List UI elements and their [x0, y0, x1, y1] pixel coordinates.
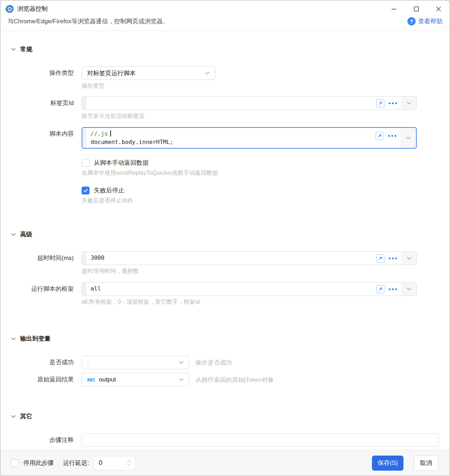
section-title: 常规: [20, 45, 32, 53]
action-type-value: 对标签页运行脚本: [87, 69, 205, 77]
result-var-select[interactable]: ABC output: [82, 373, 189, 386]
chevron-down-icon: [11, 233, 16, 236]
frame-input[interactable]: all: [82, 282, 417, 296]
action-type-hint: 操作类型: [82, 82, 215, 90]
timeout-input[interactable]: 3000: [82, 251, 417, 265]
external-link-icon[interactable]: [376, 285, 384, 293]
delay-stepper[interactable]: [93, 456, 136, 470]
dialog-subheader: 与Chrome/Edge/Firefox等浏览器通信，控制网页或浏览器。 ? 查…: [0, 17, 450, 31]
stop-on-fail-hint: 失败后是否停止动作: [82, 197, 133, 205]
script-content-editor[interactable]: //.js document.body.innerHTML;: [82, 127, 417, 149]
disable-step-checkbox[interactable]: 停用此步骤: [11, 459, 54, 467]
dialog-content: 常规 操作类型 对标签页运行脚本 操作类型 标签页Id: [0, 31, 450, 450]
save-button[interactable]: 保存(S): [372, 456, 403, 471]
insert-variable-dropdown[interactable]: [401, 283, 416, 295]
timeout-value: 3000: [91, 254, 105, 261]
insert-variable-dropdown[interactable]: [401, 97, 416, 110]
chevron-down-icon: [407, 288, 411, 290]
stepper-arrows[interactable]: [127, 456, 131, 470]
section-title: 输出到变量: [20, 335, 50, 343]
dialog-subtitle: 与Chrome/Edge/Firefox等浏览器通信，控制网页或浏览器。: [8, 17, 407, 25]
more-options-icon[interactable]: [389, 102, 397, 104]
frame-label: 运行脚本的框架: [0, 282, 74, 293]
insert-variable-dropdown[interactable]: [401, 252, 416, 265]
script-line-code: document.body.innerHTML;: [91, 139, 173, 145]
result-var-label: 原始返回结果: [0, 373, 74, 384]
delay-label: 运行延迟:: [63, 459, 89, 467]
section-advanced: 高级 超时时间(ms) 3000: [0, 230, 450, 306]
help-link[interactable]: ? 查看帮助: [407, 17, 442, 25]
external-link-icon[interactable]: [376, 132, 384, 140]
delay-input[interactable]: [94, 459, 119, 467]
chevron-down-icon: [407, 257, 411, 260]
script-code: //.js document.body.innerHTML;: [91, 130, 173, 146]
success-var-value: -: [87, 359, 179, 366]
section-other-header[interactable]: 其它: [0, 412, 450, 420]
help-icon: ?: [407, 17, 416, 25]
chevron-down-icon: [406, 136, 411, 139]
frame-hint: all:所有框架，0：顶层框架，其它数字：框架id: [82, 298, 417, 306]
stop-on-fail-label: 失败后停止: [94, 186, 124, 194]
chevron-down-icon: [179, 361, 184, 364]
section-output: 输出到变量 是否成功 - 操作是否成功 原始返回结果 ABC: [0, 335, 450, 386]
chevron-down-icon: [179, 378, 184, 381]
section-advanced-header[interactable]: 高级: [0, 230, 450, 239]
browser-control-dialog: 浏览器控制 与Chrome/Edge/Firefox等浏览器通信，控制网页或浏览…: [0, 0, 450, 476]
frame-value: all: [91, 285, 101, 292]
more-options-icon[interactable]: [388, 135, 396, 137]
checkbox-icon: [82, 159, 89, 167]
insert-variable-dropdown[interactable]: [401, 128, 416, 148]
chevron-down-icon: [407, 102, 411, 105]
result-var-hint: 从插件返回的原始jToken对象: [195, 376, 274, 384]
timeout-hint: 超时等待时间，毫秒数: [82, 268, 417, 275]
editor-gutter: [82, 128, 86, 148]
note-input[interactable]: [82, 433, 439, 447]
chevron-down-icon: [205, 72, 210, 74]
result-var-value: output: [99, 376, 179, 383]
section-general-header[interactable]: 常规: [0, 45, 450, 53]
section-title: 高级: [20, 230, 32, 239]
external-link-icon[interactable]: [376, 254, 384, 263]
chevron-down-icon: [11, 415, 16, 418]
text-cursor: [110, 130, 111, 136]
chevron-down-icon: [127, 463, 131, 466]
close-button[interactable]: [427, 0, 450, 17]
manual-return-label: 从脚本手动返回数据: [94, 159, 149, 167]
success-var-select[interactable]: -: [82, 356, 189, 369]
editor-gutter: [82, 252, 86, 265]
chevron-down-icon: [11, 337, 16, 340]
help-label: 查看帮助: [418, 17, 442, 25]
stop-on-fail-checkbox[interactable]: 失败后停止: [82, 186, 133, 194]
editor-gutter: [82, 97, 86, 110]
tab-id-label: 标签页Id: [0, 96, 74, 107]
external-link-icon[interactable]: [376, 99, 384, 107]
action-type-select[interactable]: 对标签页运行脚本: [82, 66, 215, 80]
script-line-comment: //.js: [91, 130, 108, 137]
minimize-button[interactable]: [383, 0, 405, 17]
chevron-up-icon: [127, 460, 131, 462]
action-type-label: 操作类型: [0, 66, 74, 77]
success-var-hint: 操作是否成功: [195, 359, 232, 367]
section-output-header[interactable]: 输出到变量: [0, 335, 450, 343]
check-icon: [82, 187, 89, 194]
timeout-label: 超时时间(ms): [0, 251, 74, 262]
tab-id-hint: 留空表示当前活动标签页: [82, 112, 417, 120]
chevron-down-icon: [11, 48, 16, 51]
text-type-badge: ABC: [87, 377, 95, 383]
chrome-icon: [5, 5, 14, 13]
editor-gutter: [82, 283, 86, 295]
more-options-icon[interactable]: [389, 258, 397, 259]
maximize-button[interactable]: [405, 0, 427, 17]
cancel-button[interactable]: 取消: [414, 456, 438, 471]
script-content-label: 脚本内容: [0, 127, 74, 138]
more-options-icon[interactable]: [389, 288, 397, 290]
tab-id-input[interactable]: [82, 96, 417, 110]
success-var-label: 是否成功: [0, 356, 74, 366]
manual-return-checkbox[interactable]: 从脚本手动返回数据: [82, 159, 218, 167]
section-general: 常规 操作类型 对标签页运行脚本 操作类型 标签页Id: [0, 45, 450, 205]
disable-step-label: 停用此步骤: [23, 459, 54, 467]
note-label: 步骤注释: [0, 433, 74, 444]
checkbox-icon: [11, 459, 19, 467]
dialog-footer: 停用此步骤 运行延迟: 保存(S) 取消: [0, 450, 450, 476]
window-title: 浏览器控制: [17, 5, 48, 13]
